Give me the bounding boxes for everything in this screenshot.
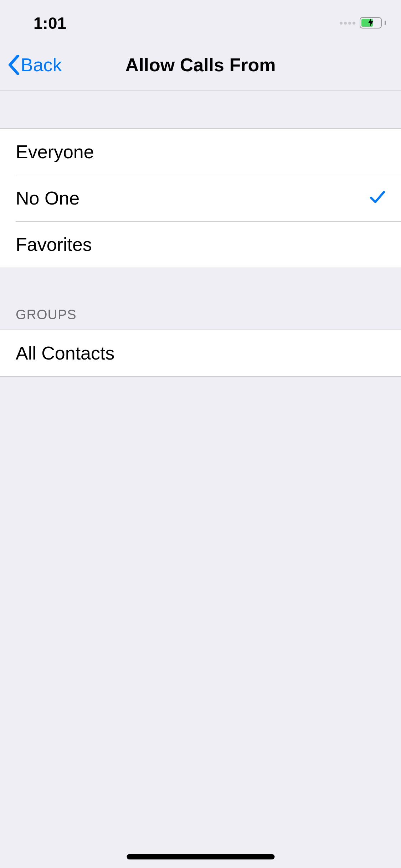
navigation-bar: Back Allow Calls From xyxy=(0,39,401,91)
option-favorites[interactable]: Favorites xyxy=(0,221,401,268)
status-bar: 1:01 xyxy=(0,0,401,39)
checkmark-icon xyxy=(370,190,385,206)
group-label: All Contacts xyxy=(16,342,114,364)
back-button[interactable]: Back xyxy=(0,54,62,76)
option-label: No One xyxy=(16,187,79,209)
spacer xyxy=(0,91,401,128)
page-title: Allow Calls From xyxy=(125,54,276,76)
groups-list: All Contacts xyxy=(0,330,401,377)
options-list: Everyone No One Favorites xyxy=(0,128,401,268)
chevron-left-icon xyxy=(8,55,20,75)
option-everyone[interactable]: Everyone xyxy=(0,129,401,175)
status-right xyxy=(340,17,384,29)
signal-dots-icon xyxy=(340,22,355,25)
option-label: Everyone xyxy=(16,141,94,162)
back-button-label: Back xyxy=(21,54,62,76)
status-time: 1:01 xyxy=(34,14,66,33)
option-no-one[interactable]: No One xyxy=(0,175,401,221)
group-all-contacts[interactable]: All Contacts xyxy=(0,330,401,376)
home-indicator[interactable] xyxy=(127,854,274,859)
option-label: Favorites xyxy=(16,234,92,255)
battery-charging-icon xyxy=(360,17,384,29)
groups-section-header: GROUPS xyxy=(0,268,401,330)
